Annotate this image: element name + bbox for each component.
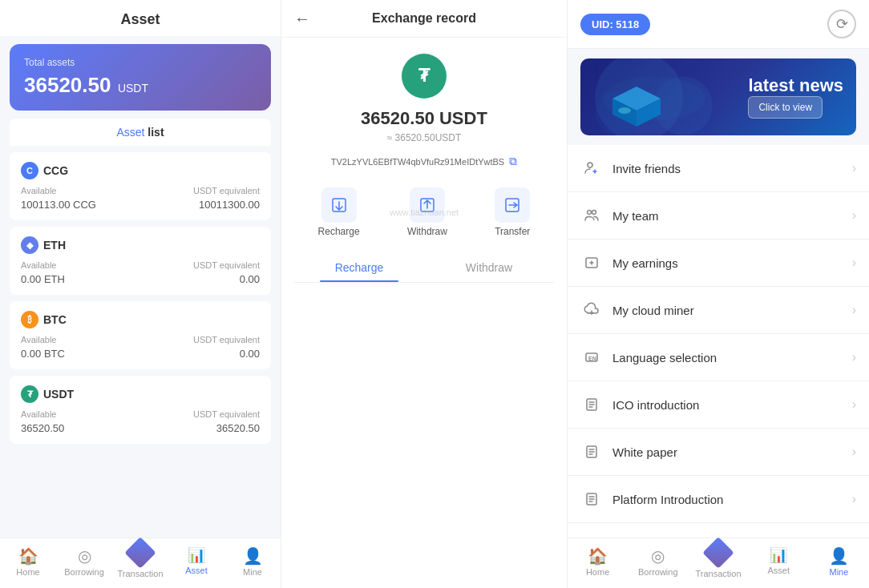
menu-list: Invite friends › My team › My earnings ›… <box>568 145 869 538</box>
svg-point-13 <box>592 211 596 215</box>
usdt-icon: ₮ <box>21 385 38 403</box>
action-buttons: www.tiazhuan.net Recharge Withdraw Trans… <box>294 187 554 237</box>
asset-item-eth: ◆ ETH Available USDT equivalent 0.00 ETH… <box>10 227 271 295</box>
nav-mine-left[interactable]: 👤 Mine <box>224 543 281 586</box>
withdraw-icon <box>410 187 445 223</box>
menu-item-team[interactable]: My team › <box>568 192 869 240</box>
usdt-equiv-label: USDT equivalent <box>193 409 260 419</box>
borrowing-icon-right: ◎ <box>651 546 665 566</box>
nav-asset-right[interactable]: 📊 Asset <box>749 543 809 586</box>
team-chevron: › <box>852 208 856 223</box>
nav-asset-label-left: Asset <box>185 566 208 575</box>
recharge-icon <box>321 187 357 223</box>
menu-item-cloud-miner[interactable]: My cloud miner › <box>568 287 869 334</box>
svg-point-12 <box>588 211 592 215</box>
nav-transaction-left[interactable]: Transaction <box>112 543 168 586</box>
usdt-amount: 36520.50 <box>21 422 64 434</box>
withdraw-label: Withdraw <box>407 226 447 237</box>
total-assets-card: Total assets 36520.50 USDT <box>10 44 271 111</box>
ccg-name: CCG <box>43 164 68 177</box>
asset-icon-right: 📊 <box>770 546 787 564</box>
team-label: My team <box>612 209 852 223</box>
ccg-amount: 100113.00 CCG <box>21 199 96 211</box>
nav-mine-right[interactable]: 👤 Mine <box>809 543 869 586</box>
tether-icon: ₮ <box>402 54 447 99</box>
eth-equiv-label: USDT equivalent <box>193 260 260 270</box>
eth-name: ETH <box>43 239 66 252</box>
cloud-miner-label: My cloud miner <box>612 304 852 317</box>
btc-equiv-label: USDT equivalent <box>193 335 260 344</box>
recharge-button[interactable]: Recharge <box>318 187 360 237</box>
nav-asset-left[interactable]: 📊 Asset <box>168 543 224 586</box>
home-icon-right: 🏠 <box>588 546 608 566</box>
btc-icon: ₿ <box>21 311 38 328</box>
tab-bar: Recharge Withdraw <box>294 253 554 283</box>
eth-icon: ◆ <box>21 236 38 254</box>
menu-item-whitepaper[interactable]: White paper › <box>568 429 869 476</box>
eth-equiv: 0.00 <box>240 273 260 285</box>
menu-item-earnings[interactable]: My earnings › <box>568 240 869 287</box>
ccg-equiv: 10011300.00 <box>199 199 260 211</box>
exchange-header: ← Exchange record <box>281 0 567 38</box>
ccg-equiv-label: USDT equivalent <box>193 186 260 195</box>
language-chevron: › <box>852 350 856 364</box>
nav-borrowing-right[interactable]: ◎ Borrowing <box>628 543 688 586</box>
invite-chevron: › <box>852 161 856 175</box>
nav-borrowing-label-left: Borrowing <box>64 567 104 577</box>
address-text: TV2LzYVL6EBfTW4qbVfuRz91MeIDtYwtBS <box>331 157 504 167</box>
home-icon-left: 🏠 <box>18 546 38 566</box>
menu-item-platform[interactable]: Platform Introduction › <box>568 476 869 523</box>
right-panel: UID: 5118 ⟳ latest news Click to view <box>568 0 869 588</box>
ico-chevron: › <box>852 397 856 412</box>
nav-mine-label-left: Mine <box>243 567 262 577</box>
svg-text:EN: EN <box>588 356 596 361</box>
nav-home-label-right: Home <box>586 567 609 577</box>
nav-home-right[interactable]: 🏠 Home <box>568 543 628 586</box>
nav-transaction-right[interactable]: Transaction <box>688 543 748 586</box>
cloud-miner-icon <box>580 299 603 321</box>
eth-amount: 0.00 ETH <box>21 273 65 285</box>
nav-borrowing-label-right: Borrowing <box>638 567 678 577</box>
recharge-label: Recharge <box>318 226 360 237</box>
whitepaper-icon <box>580 441 603 463</box>
transfer-button[interactable]: Transfer <box>495 187 530 237</box>
invite-label: Invite friends <box>612 162 852 175</box>
ccg-icon: C <box>21 162 38 179</box>
asset-icon-left: 📊 <box>188 546 205 564</box>
back-arrow[interactable]: ← <box>294 10 310 28</box>
menu-item-invite[interactable]: Invite friends › <box>568 145 869 192</box>
nav-home-left[interactable]: 🏠 Home <box>0 543 56 586</box>
btc-equiv: 0.00 <box>240 348 260 360</box>
btc-name: BTC <box>43 313 67 326</box>
language-icon: EN <box>580 346 603 369</box>
ico-icon <box>580 393 603 416</box>
asset-item-ccg: C CCG Available USDT equivalent 100113.0… <box>10 152 271 220</box>
asset-item-usdt: ₮ USDT Available USDT equivalent 36520.5… <box>10 376 271 444</box>
asset-item-btc: ₿ BTC Available USDT equivalent 0.00 BTC… <box>10 301 271 369</box>
exchange-address: TV2LzYVL6EBfTW4qbVfuRz91MeIDtYwtBS ⧉ <box>294 155 554 168</box>
nav-borrowing-left[interactable]: ◎ Borrowing <box>56 543 112 586</box>
usdt-equiv: 36520.50 <box>216 422 260 434</box>
earnings-chevron: › <box>852 256 856 270</box>
asset-list-title-blue: Asset <box>116 126 144 139</box>
total-assets-label: Total assets <box>24 57 257 68</box>
usdt-available-label: Available <box>21 409 56 419</box>
mine-icon-left: 👤 <box>243 546 263 566</box>
right-bottom-nav: 🏠 Home ◎ Borrowing Transaction 📊 Asset 👤… <box>568 538 869 588</box>
menu-item-language[interactable]: EN Language selection › <box>568 334 869 381</box>
withdraw-button[interactable]: Withdraw <box>407 187 447 237</box>
tab-recharge[interactable]: Recharge <box>294 253 424 282</box>
ico-label: ICO introduction <box>612 398 852 412</box>
diamond-icon-left <box>124 537 156 569</box>
click-to-view-button[interactable]: Click to view <box>748 96 823 119</box>
copy-icon[interactable]: ⧉ <box>509 155 517 168</box>
asset-items-list: C CCG Available USDT equivalent 100113.0… <box>0 146 281 538</box>
right-top-bar: UID: 5118 ⟳ <box>568 0 869 49</box>
tab-withdraw[interactable]: Withdraw <box>424 253 554 282</box>
news-banner[interactable]: latest news Click to view <box>580 58 856 135</box>
menu-item-ico[interactable]: ICO introduction › <box>568 381 869 429</box>
settings-icon[interactable]: ⟳ <box>827 10 856 38</box>
exchange-approx: ≈ 36520.50USDT <box>294 132 554 143</box>
whitepaper-label: White paper <box>612 445 852 459</box>
transaction-diamond-right: Transaction <box>695 542 741 578</box>
